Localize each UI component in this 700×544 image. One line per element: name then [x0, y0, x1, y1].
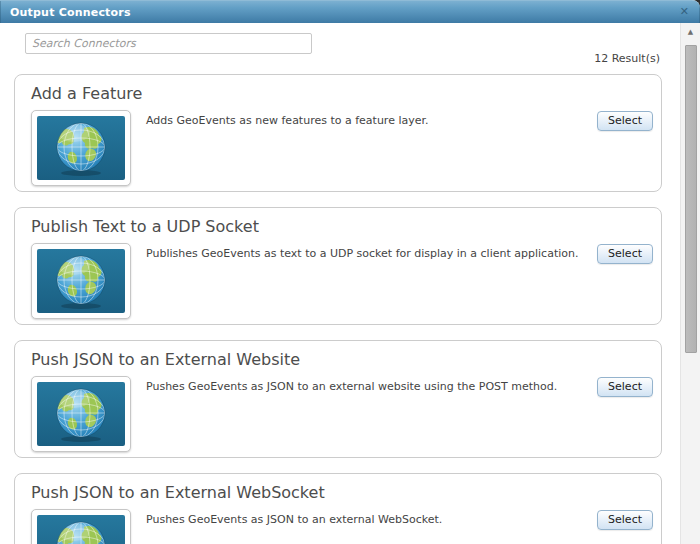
dialog-titlebar[interactable]: Output Connectors ✕	[0, 0, 700, 23]
globe-icon	[37, 382, 125, 446]
output-connectors-dialog: Output Connectors ✕ 12 Result(s) Add a F…	[0, 0, 700, 544]
connector-card-publish-text-udp: Publish Text to a UDP Socket	[14, 207, 662, 325]
connector-title: Push JSON to an External WebSocket	[31, 483, 661, 502]
select-button[interactable]: Select	[597, 111, 653, 131]
connector-card-body: Publishes GeoEvents as text to a UDP soc…	[15, 243, 661, 319]
connector-description: Adds GeoEvents as new features to a feat…	[146, 110, 597, 128]
scroll-up-arrow-icon[interactable]: ▲	[681, 23, 700, 42]
connector-description: Pushes GeoEvents as JSON to an external …	[146, 376, 597, 394]
close-icon[interactable]: ✕	[680, 5, 689, 18]
scrollbar-thumb[interactable]	[685, 45, 697, 353]
select-button[interactable]: Select	[597, 510, 653, 530]
connector-title: Add a Feature	[31, 84, 661, 103]
globe-icon	[37, 116, 125, 180]
connector-thumbnail	[31, 243, 131, 319]
connector-card-body: Pushes GeoEvents as JSON to an external …	[15, 509, 661, 544]
select-button[interactable]: Select	[597, 244, 653, 264]
dialog-title: Output Connectors	[10, 6, 131, 19]
connector-description: Publishes GeoEvents as text to a UDP soc…	[146, 243, 597, 261]
connector-title: Push JSON to an External Website	[31, 350, 661, 369]
connector-description: Pushes GeoEvents as JSON to an external …	[146, 509, 597, 527]
connector-card-push-json-websocket: Push JSON to an External WebSocket	[14, 473, 662, 544]
connector-card-body: Pushes GeoEvents as JSON to an external …	[15, 376, 661, 452]
globe-icon	[37, 515, 125, 544]
connector-card-body: Adds GeoEvents as new features to a feat…	[15, 110, 661, 186]
scrollbar[interactable]: ▲	[680, 23, 700, 544]
connector-card-push-json-website: Push JSON to an External Website	[14, 340, 662, 458]
connector-thumbnail	[31, 376, 131, 452]
connector-thumbnail	[31, 110, 131, 186]
connector-card-add-a-feature: Add a Feature	[14, 74, 662, 192]
dialog-content: 12 Result(s) Add a Feature	[0, 23, 680, 544]
page: { "dialog": { "title": "Output Connector…	[0, 0, 700, 544]
select-button[interactable]: Select	[597, 377, 653, 397]
globe-icon	[37, 249, 125, 313]
connector-title: Publish Text to a UDP Socket	[31, 217, 661, 236]
connector-list: Add a Feature	[14, 74, 662, 544]
connector-thumbnail	[31, 509, 131, 544]
results-count: 12 Result(s)	[594, 52, 660, 65]
search-input[interactable]	[25, 33, 312, 54]
